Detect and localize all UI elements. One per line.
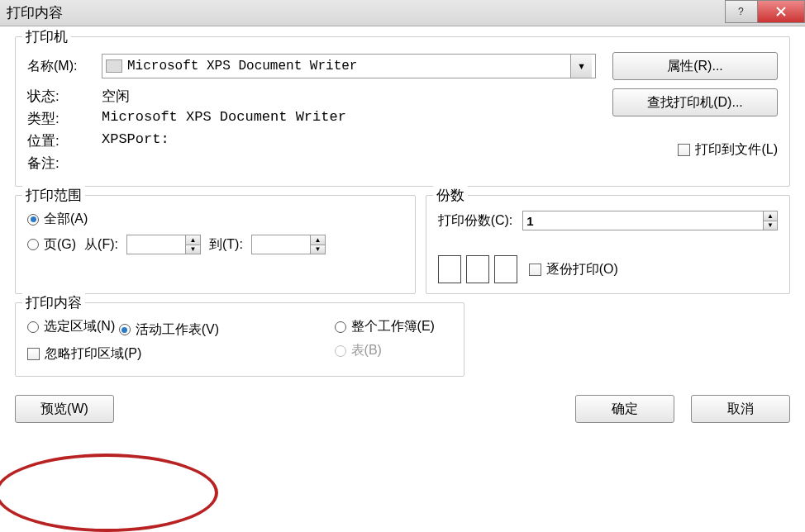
copies-count-label: 打印份数(C): bbox=[438, 212, 513, 230]
content-workbook-label: 整个工作簿(E) bbox=[351, 318, 435, 335]
printer-group: 打印机 名称(M): Microsoft XPS Document Writer… bbox=[15, 36, 790, 187]
dialog-buttons: 预览(W) 确定 取消 bbox=[0, 392, 805, 433]
dialog-title: 打印内容 bbox=[7, 3, 726, 22]
titlebar-buttons: ? bbox=[726, 0, 805, 26]
close-icon bbox=[775, 6, 787, 17]
type-value: Microsoft XPS Document Writer bbox=[102, 109, 346, 128]
printer-name-select[interactable]: Microsoft XPS Document Writer ▾ bbox=[102, 54, 596, 78]
print-range-title: 打印范围 bbox=[22, 186, 85, 205]
print-range-group: 打印范围 全部(A) 页(G) 从(F): ▲▼ 到(T): ▲▼ bbox=[15, 195, 416, 294]
comment-label: 备注: bbox=[27, 154, 102, 173]
range-pages-radio[interactable]: 页(G) bbox=[27, 236, 76, 254]
range-pages-label: 页(G) bbox=[44, 236, 76, 254]
titlebar: 打印内容 ? bbox=[0, 0, 805, 26]
status-label: 状态: bbox=[27, 87, 102, 106]
copies-input[interactable] bbox=[523, 211, 763, 230]
range-all-radio[interactable]: 全部(A) bbox=[27, 211, 88, 228]
print-to-file-label: 打印到文件(L) bbox=[695, 141, 778, 159]
radio-icon bbox=[335, 345, 346, 357]
checkbox-icon bbox=[678, 144, 690, 156]
printer-name-value: Microsoft XPS Document Writer bbox=[127, 59, 570, 74]
collate-label: 逐份打印(O) bbox=[546, 261, 618, 278]
to-label: 到(T): bbox=[209, 236, 243, 254]
collate-preview bbox=[438, 255, 517, 283]
content-workbook-radio[interactable]: 整个工作簿(E) bbox=[335, 318, 435, 335]
checkbox-icon bbox=[27, 348, 40, 360]
content-table-radio: 表(B) bbox=[335, 342, 382, 359]
ignore-area-checkbox[interactable]: 忽略打印区域(P) bbox=[27, 345, 141, 363]
ignore-area-label: 忽略打印区域(P) bbox=[45, 345, 141, 363]
svg-text:?: ? bbox=[738, 6, 744, 17]
preview-button[interactable]: 预览(W) bbox=[15, 395, 114, 423]
page-icon bbox=[466, 255, 489, 283]
content-table-label: 表(B) bbox=[351, 342, 382, 359]
find-printer-button[interactable]: 查找打印机(D)... bbox=[612, 88, 778, 116]
print-to-file-checkbox[interactable]: 打印到文件(L) bbox=[678, 141, 778, 159]
spinner-down-icon[interactable]: ▼ bbox=[186, 245, 200, 254]
properties-button[interactable]: 属性(R)... bbox=[612, 52, 778, 80]
help-button[interactable]: ? bbox=[725, 0, 758, 23]
content-selection-label: 选定区域(N) bbox=[44, 318, 115, 335]
copies-group: 份数 打印份数(C): ▲▼ 逐份打印(O) bbox=[426, 195, 790, 294]
from-label: 从(F): bbox=[84, 236, 118, 254]
radio-icon bbox=[119, 324, 131, 335]
printer-right-buttons: 属性(R)... bbox=[612, 52, 778, 80]
close-button[interactable] bbox=[757, 0, 805, 23]
to-input[interactable] bbox=[252, 235, 310, 254]
radio-icon bbox=[27, 321, 39, 333]
page-icon bbox=[494, 255, 517, 283]
spinner-up-icon[interactable]: ▲ bbox=[764, 211, 777, 221]
radio-icon bbox=[27, 214, 39, 226]
location-label: 位置: bbox=[27, 131, 102, 150]
status-value: 空闲 bbox=[102, 87, 130, 106]
location-value: XPSPort: bbox=[102, 131, 169, 150]
spinner-down-icon[interactable]: ▼ bbox=[764, 221, 777, 230]
chevron-down-icon[interactable]: ▾ bbox=[570, 55, 592, 78]
printer-name-label: 名称(M): bbox=[27, 58, 102, 75]
ok-button[interactable]: 确定 bbox=[575, 395, 674, 423]
printer-name-row: 名称(M): Microsoft XPS Document Writer ▾ 属… bbox=[27, 52, 778, 80]
dialog-body: 打印机 名称(M): Microsoft XPS Document Writer… bbox=[0, 26, 805, 392]
type-label: 类型: bbox=[27, 109, 102, 128]
from-spinner[interactable]: ▲▼ bbox=[126, 235, 201, 254]
checkbox-icon bbox=[529, 264, 541, 276]
radio-icon bbox=[335, 321, 346, 333]
spinner-up-icon[interactable]: ▲ bbox=[311, 235, 325, 245]
print-content-title: 打印内容 bbox=[22, 293, 85, 312]
copies-spinner[interactable]: ▲▼ bbox=[522, 211, 778, 230]
cancel-button[interactable]: 取消 bbox=[691, 395, 790, 423]
printer-group-title: 打印机 bbox=[22, 27, 71, 46]
copies-title: 份数 bbox=[433, 186, 468, 205]
content-active-radio[interactable]: 活动工作表(V) bbox=[119, 321, 219, 339]
collate-checkbox[interactable]: 逐份打印(O) bbox=[529, 261, 618, 278]
spinner-down-icon[interactable]: ▼ bbox=[311, 245, 325, 254]
annotation-circle bbox=[0, 454, 218, 532]
print-content-group: 打印内容 选定区域(N) 活动工作表(V) 忽略打印区域(P) bbox=[15, 302, 464, 377]
to-spinner[interactable]: ▲▼ bbox=[251, 235, 326, 254]
range-all-label: 全部(A) bbox=[44, 211, 88, 228]
page-icon bbox=[438, 255, 461, 283]
spinner-up-icon[interactable]: ▲ bbox=[186, 235, 200, 245]
printer-icon bbox=[106, 59, 122, 73]
content-selection-radio[interactable]: 选定区域(N) bbox=[27, 318, 115, 335]
from-input[interactable] bbox=[127, 235, 185, 254]
content-active-label: 活动工作表(V) bbox=[136, 321, 219, 339]
help-icon: ? bbox=[736, 6, 747, 17]
radio-icon bbox=[27, 239, 39, 250]
